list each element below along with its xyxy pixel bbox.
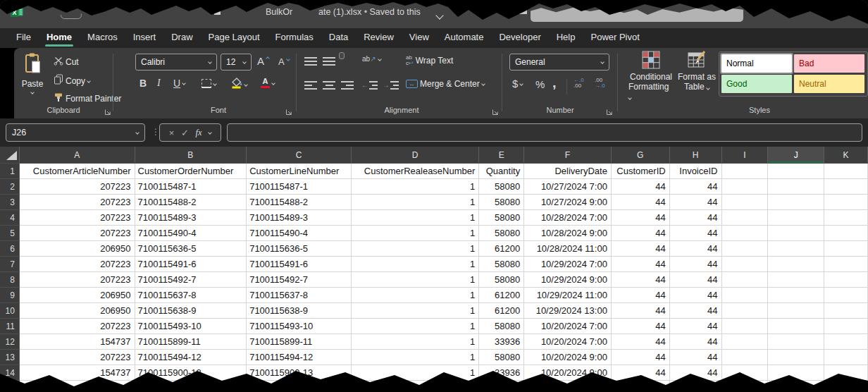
cell-E6[interactable]: 61200 xyxy=(479,241,524,257)
copy-button[interactable]: Copy xyxy=(54,74,90,87)
cell-K10[interactable] xyxy=(824,303,868,319)
shrink-font-button[interactable]: A xyxy=(278,56,290,67)
increase-indent-button[interactable]: → xyxy=(383,80,399,90)
cell-J6[interactable] xyxy=(768,241,824,257)
cell-B6[interactable]: 7100115636-5 xyxy=(135,241,247,257)
tab-formulas[interactable]: Formulas xyxy=(268,28,321,48)
cell-B5[interactable]: 7100115490-4 xyxy=(135,226,247,241)
cell-D13[interactable]: 1 xyxy=(352,350,480,365)
cell-C8[interactable]: 7100115492-7 xyxy=(247,272,352,288)
row-header-2[interactable]: 2 xyxy=(0,179,20,195)
cell-K1[interactable] xyxy=(824,164,868,179)
cell-I7[interactable] xyxy=(722,257,769,272)
cell-I13[interactable] xyxy=(722,350,769,365)
cell-C13[interactable]: 7100115494-12 xyxy=(247,350,352,365)
cell-J1[interactable] xyxy=(768,164,824,179)
cell-C2[interactable]: 7100115487-1 xyxy=(247,179,352,195)
tab-power-pivot[interactable]: Power Pivot xyxy=(583,28,647,48)
cell-B12[interactable]: 7100115899-11 xyxy=(135,334,247,350)
cell-F13[interactable]: 10/20/2024 9:00 xyxy=(524,350,612,365)
cell-E12[interactable]: 33936 xyxy=(479,334,524,350)
cell-C10[interactable]: 7100115638-9 xyxy=(247,303,352,319)
column-header-D[interactable]: D xyxy=(352,147,480,164)
cell-B4[interactable]: 7100115489-3 xyxy=(135,210,247,226)
cell-H5[interactable]: 44 xyxy=(670,226,722,241)
cell-C1[interactable]: CustomerLineNumber xyxy=(247,164,352,179)
font-size-select[interactable]: 12 xyxy=(221,54,252,71)
cell-K3[interactable] xyxy=(824,195,868,210)
cell-H8[interactable]: 44 xyxy=(670,272,722,288)
cell-A5[interactable]: 207223 xyxy=(20,226,135,241)
cell-E7[interactable]: 58080 xyxy=(479,257,524,272)
cell-D9[interactable]: 1 xyxy=(352,288,480,303)
cell-D11[interactable]: 1 xyxy=(352,319,480,334)
cell-G10[interactable]: 44 xyxy=(612,303,670,319)
format-as-table-button[interactable]: Format as Table xyxy=(676,51,717,92)
cell-G13[interactable]: 44 xyxy=(612,350,670,365)
cell-K11[interactable] xyxy=(824,319,868,334)
cell-H3[interactable]: 44 xyxy=(670,195,722,210)
cell-E5[interactable]: 58080 xyxy=(479,226,524,241)
font-color-button[interactable]: A xyxy=(261,78,275,88)
cell-K12[interactable] xyxy=(824,334,868,350)
cell-style-normal[interactable]: Normal xyxy=(721,54,792,73)
cell-F3[interactable]: 10/27/2024 9:00 xyxy=(524,195,612,210)
column-header-H[interactable]: H xyxy=(670,147,722,164)
tab-insert[interactable]: Insert xyxy=(125,28,164,48)
cell-J7[interactable] xyxy=(768,257,824,272)
cell-J12[interactable] xyxy=(768,334,824,350)
cell-G11[interactable]: 44 xyxy=(612,319,670,334)
clipboard-dialog-launcher-icon[interactable] xyxy=(104,106,111,118)
column-header-I[interactable]: I xyxy=(722,147,769,164)
cell-H11[interactable]: 44 xyxy=(670,319,722,334)
cell-A9[interactable]: 206950 xyxy=(20,288,135,303)
column-header-J[interactable]: J xyxy=(768,147,824,164)
column-header-A[interactable]: A xyxy=(20,147,135,164)
cell-A8[interactable]: 207223 xyxy=(20,272,135,288)
cell-D10[interactable]: 1 xyxy=(352,303,480,319)
cell-E2[interactable]: 58080 xyxy=(479,179,524,195)
tab-draw[interactable]: Draw xyxy=(163,28,200,48)
tab-automate[interactable]: Automate xyxy=(437,28,492,48)
cell-E13[interactable]: 58080 xyxy=(479,350,524,365)
column-header-G[interactable]: G xyxy=(612,147,670,164)
cell-A14[interactable]: 154737 xyxy=(20,365,135,381)
tab-view[interactable]: View xyxy=(402,28,437,48)
cell-B8[interactable]: 7100115492-7 xyxy=(135,272,247,288)
cell-A3[interactable]: 207223 xyxy=(20,195,135,210)
cell-D5[interactable]: 1 xyxy=(352,226,480,241)
increase-decimal-button[interactable]: ←.0.00 xyxy=(574,78,584,89)
cell-style-bad[interactable]: Bad xyxy=(794,54,864,73)
tab-home[interactable]: Home xyxy=(39,28,80,48)
column-header-K[interactable]: K xyxy=(824,147,868,164)
cell-K13[interactable] xyxy=(824,350,868,365)
cell-style-good[interactable]: Good xyxy=(721,75,792,93)
cell-H2[interactable]: 44 xyxy=(670,179,722,195)
formula-input[interactable] xyxy=(227,123,862,142)
cell-G12[interactable]: 44 xyxy=(612,334,670,350)
font-name-select[interactable]: Calibri xyxy=(135,54,217,71)
name-box[interactable]: J26 xyxy=(6,123,145,142)
cell-J10[interactable] xyxy=(768,303,824,319)
cell-B11[interactable]: 7100115493-10 xyxy=(135,319,247,334)
cell-G5[interactable]: 44 xyxy=(612,226,670,241)
row-header-7[interactable]: 7 xyxy=(0,257,20,272)
middle-align-button[interactable] xyxy=(323,56,335,66)
cell-B7[interactable]: 7100115491-6 xyxy=(135,257,247,272)
cell-C12[interactable]: 7100115899-11 xyxy=(247,334,352,350)
cell-H10[interactable]: 44 xyxy=(670,303,722,319)
tab-review[interactable]: Review xyxy=(356,28,402,48)
accounting-format-button[interactable]: $ xyxy=(512,78,523,90)
cell-C6[interactable]: 7100115636-5 xyxy=(247,241,352,257)
row-header-9[interactable]: 9 xyxy=(0,288,20,303)
bold-button[interactable]: B xyxy=(140,78,147,89)
fill-color-button[interactable] xyxy=(231,78,247,92)
font-dialog-launcher-icon[interactable] xyxy=(285,106,292,118)
number-dialog-launcher-icon[interactable] xyxy=(606,106,613,118)
cell-J4[interactable] xyxy=(768,210,824,226)
cell-A4[interactable]: 207223 xyxy=(20,210,135,226)
cell-J8[interactable] xyxy=(768,272,824,288)
tab-developer[interactable]: Developer xyxy=(491,28,548,48)
number-format-select[interactable]: General xyxy=(509,54,609,71)
fx-chevron-down-icon[interactable] xyxy=(208,130,212,135)
